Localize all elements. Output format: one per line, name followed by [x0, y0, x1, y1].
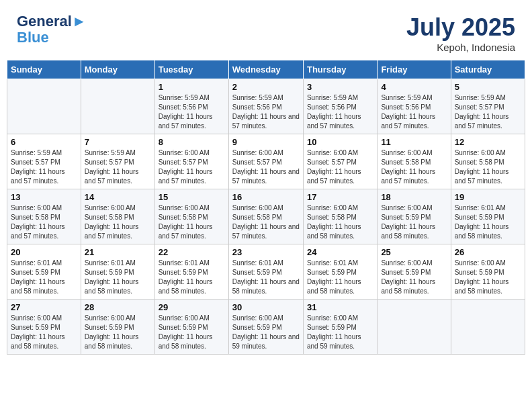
day-number: 2 — [232, 82, 300, 92]
calendar-day-19: 19Sunrise: 6:01 AM Sunset: 5:59 PM Dayli… — [451, 189, 525, 244]
day-info: Sunrise: 6:01 AM Sunset: 5:59 PM Dayligh… — [11, 259, 77, 296]
day-number: 9 — [232, 137, 300, 147]
day-info: Sunrise: 6:00 AM Sunset: 5:57 PM Dayligh… — [232, 148, 300, 186]
day-number: 10 — [307, 137, 373, 147]
day-number: 1 — [159, 82, 225, 92]
calendar-day-16: 16Sunrise: 6:00 AM Sunset: 5:58 PM Dayli… — [228, 189, 303, 244]
day-info: Sunrise: 6:01 AM Sunset: 5:59 PM Dayligh… — [232, 259, 300, 296]
calendar-week-3: 13Sunrise: 6:00 AM Sunset: 5:58 PM Dayli… — [7, 189, 525, 244]
calendar-day-1: 1Sunrise: 5:59 AM Sunset: 5:56 PM Daylig… — [154, 79, 228, 134]
day-number: 22 — [159, 247, 225, 257]
day-number: 28 — [85, 302, 151, 312]
day-number: 13 — [11, 192, 77, 202]
calendar-day-4: 4Sunrise: 5:59 AM Sunset: 5:56 PM Daylig… — [378, 79, 451, 134]
weekday-header-sunday: Sunday — [7, 60, 81, 79]
calendar-day-13: 13Sunrise: 6:00 AM Sunset: 5:58 PM Dayli… — [7, 189, 81, 244]
logo-text-blue: Blue — [17, 30, 87, 46]
day-number: 29 — [159, 302, 225, 312]
day-number: 23 — [232, 247, 300, 257]
day-number: 14 — [85, 192, 151, 202]
calendar-day-25: 25Sunrise: 6:00 AM Sunset: 5:59 PM Dayli… — [378, 244, 451, 300]
day-info: Sunrise: 6:00 AM Sunset: 5:58 PM Dayligh… — [455, 148, 521, 186]
day-number: 21 — [85, 247, 151, 257]
calendar-day-10: 10Sunrise: 6:00 AM Sunset: 5:57 PM Dayli… — [303, 134, 377, 189]
day-info: Sunrise: 6:00 AM Sunset: 5:59 PM Dayligh… — [11, 314, 77, 351]
calendar-day-22: 22Sunrise: 6:01 AM Sunset: 5:59 PM Dayli… — [154, 244, 228, 300]
day-info: Sunrise: 6:00 AM Sunset: 5:58 PM Dayligh… — [11, 203, 77, 241]
day-info: Sunrise: 5:59 AM Sunset: 5:56 PM Dayligh… — [307, 93, 373, 131]
location: Kepoh, Indonesia — [406, 42, 515, 53]
calendar-day-28: 28Sunrise: 6:00 AM Sunset: 5:59 PM Dayli… — [81, 300, 154, 355]
day-info: Sunrise: 5:59 AM Sunset: 5:57 PM Dayligh… — [455, 93, 521, 131]
weekday-header-friday: Friday — [378, 60, 451, 79]
calendar-day-3: 3Sunrise: 5:59 AM Sunset: 5:56 PM Daylig… — [303, 79, 377, 134]
day-info: Sunrise: 6:00 AM Sunset: 5:59 PM Dayligh… — [159, 314, 225, 351]
day-number: 20 — [11, 247, 77, 257]
calendar-day-5: 5Sunrise: 5:59 AM Sunset: 5:57 PM Daylig… — [451, 79, 525, 134]
day-number: 3 — [307, 82, 373, 92]
calendar-day-15: 15Sunrise: 6:00 AM Sunset: 5:58 PM Dayli… — [154, 189, 228, 244]
day-number: 31 — [307, 302, 373, 312]
calendar-empty — [451, 300, 525, 355]
day-number: 5 — [455, 82, 521, 92]
day-info: Sunrise: 6:00 AM Sunset: 5:59 PM Dayligh… — [455, 259, 521, 296]
calendar-day-18: 18Sunrise: 6:00 AM Sunset: 5:59 PM Dayli… — [378, 189, 451, 244]
calendar-week-2: 6Sunrise: 5:59 AM Sunset: 5:57 PM Daylig… — [7, 134, 525, 189]
calendar-day-9: 9Sunrise: 6:00 AM Sunset: 5:57 PM Daylig… — [228, 134, 303, 189]
day-number: 27 — [11, 302, 77, 312]
day-info: Sunrise: 6:00 AM Sunset: 5:58 PM Dayligh… — [232, 203, 300, 241]
calendar-day-23: 23Sunrise: 6:01 AM Sunset: 5:59 PM Dayli… — [228, 244, 303, 300]
day-info: Sunrise: 6:01 AM Sunset: 5:59 PM Dayligh… — [85, 259, 151, 296]
day-info: Sunrise: 6:00 AM Sunset: 5:59 PM Dayligh… — [381, 259, 447, 296]
calendar-empty — [7, 79, 81, 134]
calendar-day-2: 2Sunrise: 5:59 AM Sunset: 5:56 PM Daylig… — [228, 79, 303, 134]
day-number: 24 — [307, 247, 373, 257]
calendar-table: SundayMondayTuesdayWednesdayThursdayFrid… — [7, 60, 525, 355]
logo-text: General► — [17, 13, 87, 30]
calendar-day-11: 11Sunrise: 6:00 AM Sunset: 5:58 PM Dayli… — [378, 134, 451, 189]
logo: General► Blue — [17, 13, 87, 46]
calendar-day-17: 17Sunrise: 6:00 AM Sunset: 5:58 PM Dayli… — [303, 189, 377, 244]
calendar-day-24: 24Sunrise: 6:01 AM Sunset: 5:59 PM Dayli… — [303, 244, 377, 300]
day-number: 25 — [381, 247, 447, 257]
weekday-header-saturday: Saturday — [451, 60, 525, 79]
day-info: Sunrise: 5:59 AM Sunset: 5:56 PM Dayligh… — [381, 93, 447, 131]
page-header: General► Blue July 2025 Kepoh, Indonesia — [7, 7, 525, 56]
title-block: July 2025 Kepoh, Indonesia — [406, 13, 515, 53]
calendar-day-7: 7Sunrise: 5:59 AM Sunset: 5:57 PM Daylig… — [81, 134, 154, 189]
calendar-empty — [81, 79, 154, 134]
calendar-week-1: 1Sunrise: 5:59 AM Sunset: 5:56 PM Daylig… — [7, 79, 525, 134]
calendar-day-21: 21Sunrise: 6:01 AM Sunset: 5:59 PM Dayli… — [81, 244, 154, 300]
day-info: Sunrise: 6:01 AM Sunset: 5:59 PM Dayligh… — [159, 259, 225, 296]
day-info: Sunrise: 6:00 AM Sunset: 5:58 PM Dayligh… — [159, 203, 225, 241]
calendar-day-12: 12Sunrise: 6:00 AM Sunset: 5:58 PM Dayli… — [451, 134, 525, 189]
calendar-day-29: 29Sunrise: 6:00 AM Sunset: 5:59 PM Dayli… — [154, 300, 228, 355]
day-number: 15 — [159, 192, 225, 202]
weekday-header-thursday: Thursday — [303, 60, 377, 79]
calendar-day-27: 27Sunrise: 6:00 AM Sunset: 5:59 PM Dayli… — [7, 300, 81, 355]
calendar-day-8: 8Sunrise: 6:00 AM Sunset: 5:57 PM Daylig… — [154, 134, 228, 189]
day-info: Sunrise: 6:01 AM Sunset: 5:59 PM Dayligh… — [307, 259, 373, 296]
day-number: 6 — [11, 137, 77, 147]
day-info: Sunrise: 6:00 AM Sunset: 5:59 PM Dayligh… — [307, 314, 373, 351]
calendar-day-6: 6Sunrise: 5:59 AM Sunset: 5:57 PM Daylig… — [7, 134, 81, 189]
day-info: Sunrise: 5:59 AM Sunset: 5:57 PM Dayligh… — [11, 148, 77, 186]
calendar-day-14: 14Sunrise: 6:00 AM Sunset: 5:58 PM Dayli… — [81, 189, 154, 244]
day-info: Sunrise: 6:00 AM Sunset: 5:58 PM Dayligh… — [381, 148, 447, 186]
day-number: 19 — [455, 192, 521, 202]
day-number: 30 — [232, 302, 300, 312]
weekday-header-wednesday: Wednesday — [228, 60, 303, 79]
calendar-week-5: 27Sunrise: 6:00 AM Sunset: 5:59 PM Dayli… — [7, 300, 525, 355]
day-info: Sunrise: 6:00 AM Sunset: 5:59 PM Dayligh… — [232, 314, 300, 351]
day-number: 7 — [85, 137, 151, 147]
day-info: Sunrise: 5:59 AM Sunset: 5:56 PM Dayligh… — [232, 93, 300, 131]
day-number: 8 — [159, 137, 225, 147]
day-number: 4 — [381, 82, 447, 92]
day-number: 18 — [381, 192, 447, 202]
weekday-header-monday: Monday — [81, 60, 154, 79]
day-number: 17 — [307, 192, 373, 202]
day-info: Sunrise: 6:00 AM Sunset: 5:58 PM Dayligh… — [307, 203, 373, 241]
day-number: 26 — [455, 247, 521, 257]
day-info: Sunrise: 6:00 AM Sunset: 5:57 PM Dayligh… — [307, 148, 373, 186]
calendar-day-31: 31Sunrise: 6:00 AM Sunset: 5:59 PM Dayli… — [303, 300, 377, 355]
